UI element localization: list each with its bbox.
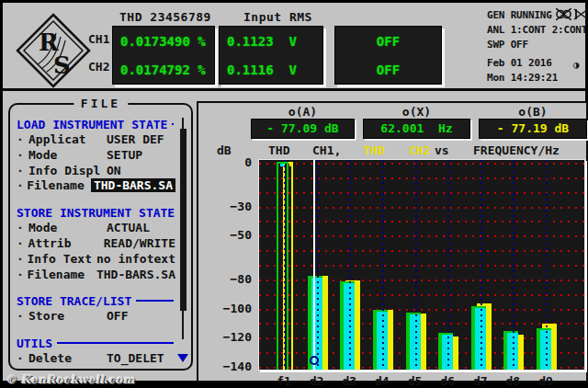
gridline-h xyxy=(259,221,584,223)
cursor-x-readout: 62.001 Hz xyxy=(363,119,470,139)
bar-ch1-d8 xyxy=(503,331,518,371)
x-tick-label-f1: f1 xyxy=(268,374,300,388)
menu-item-value-selected: THD-BARS.SA xyxy=(91,178,175,192)
generator-ch2-value: OFF xyxy=(335,63,441,77)
bar-ch2-top-cap xyxy=(289,164,293,166)
menu-section-heading: STORE INSTRUMENT STATE xyxy=(17,205,175,221)
chart-title-ch2: CH2 xyxy=(409,143,430,157)
bar-ch1-d9 xyxy=(537,328,551,371)
menu-bullet: · xyxy=(17,164,28,179)
generator-status-icon xyxy=(556,8,571,20)
menu-item-value-text: OFF xyxy=(107,309,128,323)
generator-ch1-value: OFF xyxy=(335,34,441,49)
menu-item-attrib[interactable]: ·AttribREAD/WRITE xyxy=(17,236,175,252)
menu-item-filename[interactable]: ·FilenameTHD-BARS.SA xyxy=(17,178,175,194)
x-tick-label-d7: d7 xyxy=(465,374,496,388)
bar-ch1-d4 xyxy=(373,310,388,371)
chart-panel: o(A) o(X) o(B) - 77.09 dB 62.001 Hz - 77… xyxy=(197,101,588,382)
bar-ch1-d7 xyxy=(471,306,486,371)
sweep-status-icon xyxy=(573,8,588,20)
chart-title-vs: vs xyxy=(435,143,449,157)
menu-item-delete[interactable]: ·DeleteTO_DELET xyxy=(17,351,175,367)
menu-section-heading-text: UTILS xyxy=(17,336,52,351)
menu-bullet: · xyxy=(17,132,28,148)
gridline-h xyxy=(259,177,584,179)
bargraph-plot-area xyxy=(258,159,585,371)
menu-item-value-text: no infotext xyxy=(96,252,175,266)
input-rms-title: Input RMS xyxy=(243,10,312,24)
gridline-v xyxy=(447,160,449,370)
contrast-icon: ◑ xyxy=(573,59,580,71)
menu-item-value-text: TO_DELET xyxy=(107,351,164,365)
generator-readout-box: OFF OFF xyxy=(334,26,442,85)
menu-item-label: Attrib xyxy=(28,236,104,252)
menu-item-info-displ[interactable]: ·Info DisplON xyxy=(17,164,175,179)
gridline-v xyxy=(513,160,514,370)
menu-section: UTILS·DeleteTO_DELET xyxy=(17,336,175,367)
x-tick-label-d8: d8 xyxy=(497,374,528,388)
y-tick-label: −120 xyxy=(200,330,252,344)
menu-item-value: no infotext xyxy=(96,252,175,268)
cursor-circle-marker[interactable] xyxy=(310,356,319,365)
gen-status: GEN RUNNING xyxy=(487,9,552,21)
menu-item-mode[interactable]: ·ModeSETUP xyxy=(17,148,175,164)
menu-item-label: Store xyxy=(28,309,107,325)
bar-ch1-d6 xyxy=(438,333,453,371)
thd-box-title: THD 23456789 xyxy=(119,10,211,24)
ch2-label: CH2 xyxy=(88,60,109,74)
menu-item-value: THD-BARS.SA xyxy=(96,268,175,283)
y-tick-label: −80 xyxy=(200,272,252,286)
menu-item-value: OFF xyxy=(107,309,175,325)
menu-bullet: · xyxy=(17,309,28,325)
cursor-a-readout: - 77.09 dB xyxy=(251,119,355,139)
file-menu: LOAD INSTRUMENT STATE·ApplicatUSER DEF·M… xyxy=(17,117,175,378)
menu-item-info-text[interactable]: ·Info Textno infotext xyxy=(17,252,175,268)
menu-item-store[interactable]: ·StoreOFF xyxy=(17,309,175,325)
menu-item-value: TO_DELET xyxy=(107,351,175,367)
menu-bullet: · xyxy=(17,351,28,367)
menu-section: LOAD INSTRUMENT STATE·ApplicatUSER DEF·M… xyxy=(17,117,175,194)
header-divider xyxy=(3,88,585,91)
menu-bullet: · xyxy=(17,148,28,164)
menu-item-mode[interactable]: ·ModeACTUAL xyxy=(17,221,175,236)
x-tick-label-d2: d2 xyxy=(301,374,333,388)
menu-item-label: Mode xyxy=(28,148,107,164)
chart-title-ch1: CH1, xyxy=(312,143,341,157)
bar-ch1-f1 xyxy=(277,162,288,371)
menu-section-heading-text: LOAD INSTRUMENT STATE xyxy=(17,117,167,132)
gridline-h xyxy=(259,163,584,165)
menu-item-label: Filename xyxy=(27,178,94,194)
gridline-h xyxy=(259,250,584,252)
x-axis-title: FREQUENCY/Hz xyxy=(473,143,560,157)
menu-item-filename[interactable]: ·FilenameTHD-BARS.SA xyxy=(17,268,175,283)
menu-bullet: · xyxy=(17,221,28,236)
menu-item-applicat[interactable]: ·ApplicatUSER DEF xyxy=(17,132,175,148)
file-panel-title: FILE xyxy=(74,97,128,110)
gridline-h xyxy=(259,235,584,237)
menu-item-label: Applicat xyxy=(28,132,107,148)
heading-rule xyxy=(57,342,174,351)
y-tick-label: −50 xyxy=(200,228,252,242)
x-cursor-line[interactable] xyxy=(313,160,315,370)
menu-section-heading: UTILS xyxy=(17,336,175,351)
scrollbar-thumb[interactable] xyxy=(180,129,187,311)
y-tick-label: −30 xyxy=(200,200,252,213)
bar-ch1-d3 xyxy=(340,281,355,371)
rs-logo-icon: R S xyxy=(16,13,91,88)
menu-item-value: READ/WRITE xyxy=(104,236,175,252)
heading-rule xyxy=(136,300,174,309)
date-text: Feb 01 2016 xyxy=(487,57,552,69)
screen-bezel: R S THD 23456789 CH1 CH2 0.0173490 % 0.0… xyxy=(3,3,585,381)
time-text: Mon 14:29:21 xyxy=(487,72,558,84)
gridline-v xyxy=(481,160,482,370)
menu-bullet: · xyxy=(17,236,28,252)
cursor-b-label: o(B) xyxy=(479,105,587,118)
menu-section-heading: LOAD INSTRUMENT STATE xyxy=(17,117,175,132)
menu-bullet: · xyxy=(17,178,27,194)
gridline-v xyxy=(415,160,417,370)
scroll-down-arrow-icon[interactable] xyxy=(177,354,188,362)
menu-bullet: · xyxy=(17,252,28,268)
menu-item-value: USER DEF xyxy=(107,132,175,148)
svg-text:S: S xyxy=(53,51,71,79)
menu-section-heading-text: STORE TRACE/LIST xyxy=(17,293,131,309)
